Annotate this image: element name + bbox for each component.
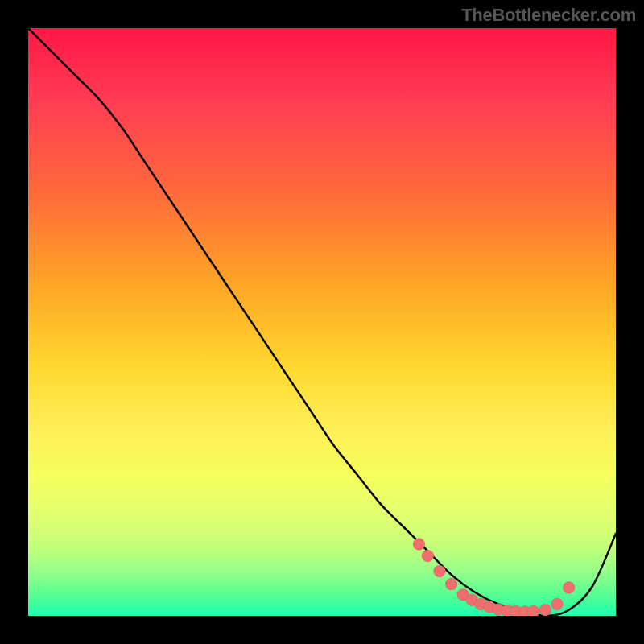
chart-frame: TheBottlenecker.com: [0, 0, 644, 644]
attribution-label: TheBottlenecker.com: [461, 5, 636, 26]
plot-gradient-background: [28, 28, 616, 616]
